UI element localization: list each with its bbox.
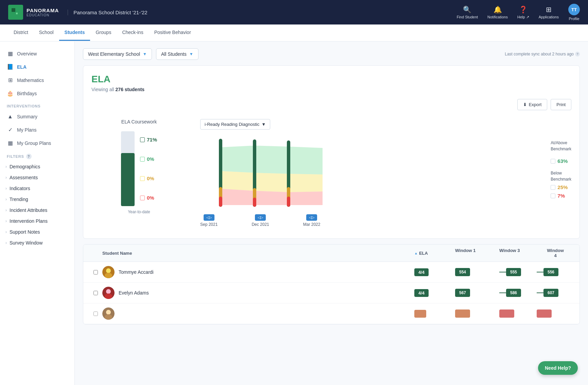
sort-icon: ▲	[414, 251, 418, 255]
filter-intervention-plans-label: Intervention Plans	[10, 218, 48, 224]
logo-sub: EDUCATION	[27, 13, 59, 17]
student-cell-tommye[interactable]: Tommye Accardi	[102, 266, 414, 278]
tab-students[interactable]: Students	[59, 25, 90, 41]
filter-indicators[interactable]: › Indicators	[0, 183, 74, 194]
overview-icon: ▦	[7, 50, 14, 57]
window1-evelyn: 567	[455, 289, 499, 297]
tab-school[interactable]: School	[34, 25, 59, 41]
row-checkbox-1[interactable]	[89, 270, 102, 274]
table-row	[83, 303, 580, 324]
filter-trending[interactable]: › Trending	[0, 194, 74, 205]
svg-rect-1	[16, 8, 20, 12]
help-action[interactable]: ❓ Help ↗	[517, 5, 529, 19]
nav-actions: 🔍 Find Student 🔔 Notifications ❓ Help ↗ …	[457, 4, 580, 21]
svg-point-6	[105, 273, 112, 278]
export-button[interactable]: ⬇ Export	[517, 99, 548, 110]
filter-demographics[interactable]: › Demographics	[0, 161, 74, 172]
sidebar-item-birthdays[interactable]: 🎂 Birthdays	[0, 87, 74, 100]
filter-intervention-plans[interactable]: › Intervention Plans	[0, 216, 74, 227]
card-actions: ⬇ Export Print	[91, 99, 571, 110]
svg-point-11	[106, 310, 111, 315]
ela-score-evelyn: 4/4	[414, 289, 455, 297]
benchmark-area-above	[221, 146, 323, 174]
tab-groups[interactable]: Groups	[90, 25, 117, 41]
sidebar-item-summary[interactable]: ▲ Summary	[0, 110, 74, 123]
filter-support-notes[interactable]: › Support Notes	[0, 227, 74, 237]
filters-section-label: FILTERS ?	[0, 150, 74, 161]
need-help-button[interactable]: Need Help?	[538, 361, 578, 375]
legend-check-63	[551, 159, 555, 164]
checkbox-tommye[interactable]	[93, 270, 98, 274]
profile-action[interactable]: TT Profile	[568, 4, 580, 21]
checkbox-evelyn[interactable]	[93, 291, 98, 295]
window-label-dec2021: Dec 2021	[252, 222, 269, 227]
filter-incident-attributes[interactable]: › Incident Attributes	[0, 205, 74, 216]
birthday-icon: 🎂	[7, 90, 14, 97]
pct-0c: 0%	[147, 195, 154, 201]
pct-63-row: 63%	[551, 158, 571, 164]
student-cell-evelyn[interactable]: Evelyn Adams	[102, 287, 414, 299]
school-dropdown[interactable]: West Elementary School ▼	[83, 48, 152, 60]
print-button[interactable]: Print	[551, 99, 571, 110]
connector-evelyn-1	[499, 292, 506, 293]
help-icon: ❓	[519, 5, 528, 14]
pct-71: 71%	[147, 137, 157, 143]
filter-survey-window[interactable]: › Survey Window	[0, 237, 74, 248]
main-layout: ▦ Overview 📘 ELA ⊞ Mathematics 🎂 Birthda…	[0, 41, 588, 385]
svg-rect-0	[12, 8, 15, 12]
sidebar-item-ela[interactable]: 📘 ELA	[0, 60, 74, 73]
benchmark-area-below	[221, 171, 323, 192]
col-student-name[interactable]: Student Name	[102, 248, 414, 258]
chevron-right-icon: ›	[5, 186, 7, 191]
filter-incident-attributes-label: Incident Attributes	[10, 207, 47, 213]
logo-area[interactable]: PANORAMA EDUCATION Panorama School Distr…	[8, 5, 148, 20]
pct-0b: 0%	[147, 175, 154, 181]
window-nav-dec2021[interactable]: ◁▷	[255, 214, 266, 221]
data-table: Student Name ▲ ELA Window 1 Window 3 Win…	[83, 244, 580, 324]
row-checkbox-2[interactable]	[89, 291, 102, 295]
w4-score-tommye: 556	[543, 268, 558, 276]
iready-dropdown[interactable]: i-Ready Reading Diagnostic ▼	[200, 119, 270, 130]
legend-check-7	[551, 194, 555, 198]
notifications-label: Notifications	[487, 15, 508, 19]
w1-score-row3	[455, 309, 470, 318]
notifications-action[interactable]: 🔔 Notifications	[487, 5, 508, 19]
connector-evelyn-2	[537, 292, 543, 293]
chevron-right-icon: ›	[5, 230, 7, 234]
applications-action[interactable]: ⊞ Applications	[539, 5, 559, 19]
checkbox-row3[interactable]	[93, 312, 98, 316]
legend-check-25	[551, 185, 555, 190]
sidebar-item-my-plans[interactable]: ✓ My Plans	[0, 123, 74, 136]
tab-check-ins[interactable]: Check-ins	[117, 25, 149, 41]
row-checkbox-3[interactable]	[89, 312, 102, 316]
connector-tommye-2	[537, 272, 543, 272]
tab-district[interactable]: District	[8, 25, 34, 41]
sidebar-item-birthdays-label: Birthdays	[17, 91, 37, 96]
avatar-row3	[102, 307, 115, 320]
window-dec2021: ◁▷ Dec 2021	[252, 214, 269, 227]
coursework-chart: ELA Coursework 71%	[91, 119, 187, 214]
ela-score-row3	[414, 310, 455, 318]
col-ela[interactable]: ▲ ELA	[414, 248, 455, 258]
student-group-dropdown[interactable]: All Students ▼	[156, 48, 198, 60]
sidebar-item-my-group-plans[interactable]: ▦ My Group Plans	[0, 136, 74, 150]
coursework-footer: Year-to-date	[91, 210, 187, 214]
window-nav-sep2021[interactable]: ◁▷	[204, 214, 214, 221]
window1-tommye: 554	[455, 268, 499, 276]
window-nav-mar2022[interactable]: ◁▷	[306, 214, 317, 221]
sidebar-item-overview[interactable]: ▦ Overview	[0, 47, 74, 60]
find-student-action[interactable]: 🔍 Find Student	[457, 5, 478, 19]
connector-tommye-1	[499, 272, 506, 272]
avatar-img-evelyn	[102, 287, 115, 299]
window1-row3	[455, 309, 499, 318]
sidebar: ▦ Overview 📘 ELA ⊞ Mathematics 🎂 Birthda…	[0, 41, 75, 385]
svg-point-5	[106, 268, 111, 273]
w1-score-evelyn: 567	[455, 289, 470, 297]
panorama-logo-icon	[8, 5, 23, 20]
help-label: Help ↗	[517, 15, 529, 19]
tab-positive-behavior[interactable]: Positive Behavior	[149, 25, 196, 41]
window-scores-evelyn-4: 607	[537, 289, 574, 297]
sidebar-item-mathematics[interactable]: ⊞ Mathematics	[0, 73, 74, 87]
filter-assessments[interactable]: › Assessments	[0, 172, 74, 183]
student-cell-row3[interactable]	[102, 307, 414, 320]
